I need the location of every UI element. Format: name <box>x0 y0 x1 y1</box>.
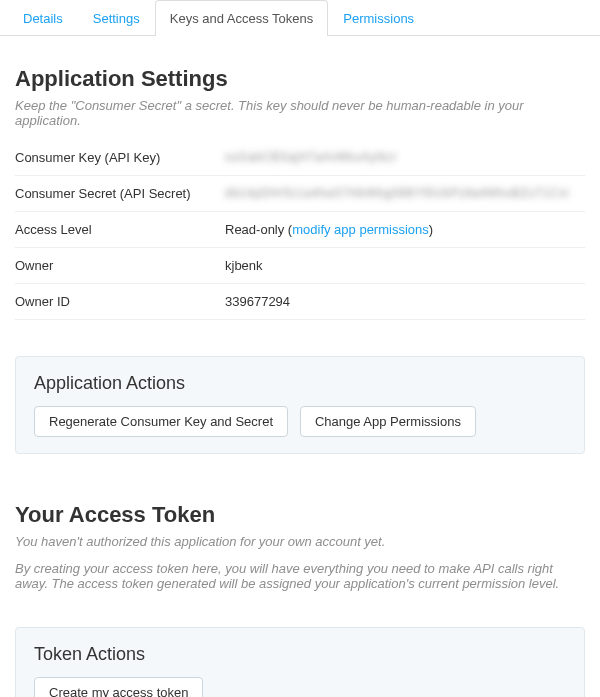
owner-id-label: Owner ID <box>15 294 225 309</box>
access-token-hint-2: By creating your access token here, you … <box>15 561 585 591</box>
application-actions-heading: Application Actions <box>34 373 566 394</box>
row-consumer-key: Consumer Key (API Key) suGakCBSajH7aAvMk… <box>15 140 585 176</box>
row-owner-id: Owner ID 339677294 <box>15 284 585 320</box>
your-access-token-heading: Your Access Token <box>15 502 585 528</box>
row-consumer-secret: Consumer Secret (API Secret) db14pDHr5z1… <box>15 176 585 212</box>
access-level-value: Read-only (modify app permissions) <box>225 222 433 237</box>
access-level-prefix: Read-only ( <box>225 222 292 237</box>
access-token-hint-1: You haven't authorized this application … <box>15 534 585 549</box>
modify-app-permissions-link[interactable]: modify app permissions <box>292 222 429 237</box>
row-owner: Owner kjbenk <box>15 248 585 284</box>
tabs-bar: Details Settings Keys and Access Tokens … <box>0 0 600 36</box>
row-access-level: Access Level Read-only (modify app permi… <box>15 212 585 248</box>
consumer-secret-value: db14pDHr5z1a4haS7HbWbg08BYf0UbPz8a4MhuBZ… <box>225 186 569 201</box>
tab-settings[interactable]: Settings <box>78 0 155 36</box>
access-level-label: Access Level <box>15 222 225 237</box>
access-level-suffix: ) <box>429 222 433 237</box>
tab-details[interactable]: Details <box>8 0 78 36</box>
change-app-permissions-button[interactable]: Change App Permissions <box>300 406 476 437</box>
application-settings-hint: Keep the "Consumer Secret" a secret. Thi… <box>15 98 585 128</box>
consumer-key-label: Consumer Key (API Key) <box>15 150 225 165</box>
tab-keys-and-access-tokens[interactable]: Keys and Access Tokens <box>155 0 329 36</box>
owner-value: kjbenk <box>225 258 263 273</box>
regenerate-consumer-key-button[interactable]: Regenerate Consumer Key and Secret <box>34 406 288 437</box>
token-actions-heading: Token Actions <box>34 644 566 665</box>
token-actions-panel: Token Actions Create my access token <box>15 627 585 697</box>
application-actions-panel: Application Actions Regenerate Consumer … <box>15 356 585 454</box>
consumer-key-value: suGakCBSajH7aAvMkuAyIkcr <box>225 150 397 165</box>
tab-permissions[interactable]: Permissions <box>328 0 429 36</box>
owner-id-value: 339677294 <box>225 294 290 309</box>
owner-label: Owner <box>15 258 225 273</box>
consumer-secret-label: Consumer Secret (API Secret) <box>15 186 225 201</box>
application-settings-heading: Application Settings <box>15 66 585 92</box>
create-my-access-token-button[interactable]: Create my access token <box>34 677 203 697</box>
